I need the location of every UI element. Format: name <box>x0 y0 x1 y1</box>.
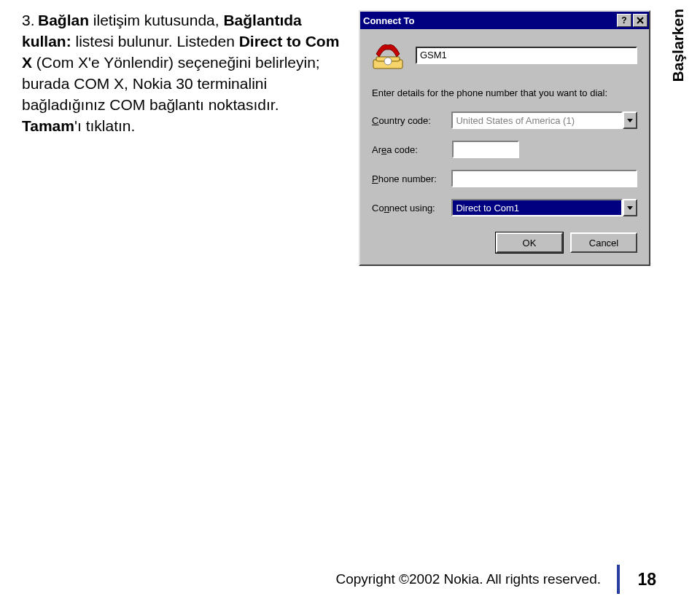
page-number: 18 <box>633 570 656 590</box>
step-3: 3.Bağlan iletişim kutusunda, Bağlantıda … <box>22 10 343 137</box>
connect-row: Connect using: Direct to Com1 <box>372 199 637 216</box>
text-frag: iletişim kutusunda, <box>89 12 223 28</box>
area-code-input[interactable] <box>452 141 519 158</box>
page-footer: Copyright ©2002 Nokia. All rights reserv… <box>0 565 700 594</box>
footer-divider <box>617 565 620 594</box>
dialog-instruction: Enter details for the phone number that … <box>372 87 637 98</box>
dialog-body: GSM1 Enter details for the phone number … <box>360 29 649 265</box>
copyright-text: Copyright ©2002 Nokia. All rights reserv… <box>335 571 601 587</box>
ok-button[interactable]: OK <box>496 232 563 253</box>
phone-label: Phone number: <box>372 173 451 184</box>
dialog-titlebar: Connect To ? <box>360 12 649 29</box>
text-frag: 'ı tıklatın. <box>74 117 135 134</box>
cancel-button[interactable]: Cancel <box>570 232 637 253</box>
close-icon <box>637 17 644 24</box>
area-label: Areea code:a code: <box>372 144 452 155</box>
content-columns: 3.Bağlan iletişim kutusunda, Bağlantıda … <box>22 10 656 266</box>
connect-label: Connect using: <box>372 203 451 214</box>
dialog-button-row: OK Cancel <box>372 232 637 253</box>
dialog-title: Connect To <box>363 15 615 26</box>
close-button[interactable] <box>633 14 648 27</box>
dropdown-button[interactable] <box>623 199 637 216</box>
phone-number-input[interactable] <box>451 170 637 187</box>
connect-using-dropdown[interactable]: Direct to Com1 <box>451 199 637 216</box>
help-button[interactable]: ? <box>617 14 631 27</box>
side-tab-label: Başlarken <box>669 9 687 82</box>
dropdown-button[interactable] <box>623 111 637 129</box>
country-label: Country code: <box>372 115 451 126</box>
text-frag: (Com X'e Yönlendir) seçeneğini belirleyi… <box>22 54 320 113</box>
page: 3.Bağlan iletişim kutusunda, Bağlantıda … <box>0 0 700 607</box>
text-frag: listesi bulunur. Listeden <box>71 33 239 50</box>
connect-using-value: Direct to Com1 <box>451 199 623 216</box>
country-dropdown[interactable]: United States of America (1) <box>451 111 637 129</box>
instruction-text: 3.Bağlan iletişim kutusunda, Bağlantıda … <box>22 10 343 266</box>
cancel-label: Cancel <box>589 238 618 248</box>
help-icon: ? <box>621 16 626 25</box>
step-number: 3. <box>22 10 38 31</box>
name-row: GSM1 <box>372 39 637 71</box>
svg-point-2 <box>384 58 392 65</box>
bold-baglan: Bağlan <box>38 12 89 28</box>
chevron-down-icon <box>627 119 633 122</box>
chevron-down-icon <box>627 206 633 210</box>
phone-icon <box>372 39 404 71</box>
connection-name-value: GSM1 <box>420 50 447 60</box>
phone-row: Phone number: <box>372 170 637 187</box>
area-row: Areea code:a code: <box>372 141 637 158</box>
connection-name-input[interactable]: GSM1 <box>416 47 637 64</box>
bold-tamam: Tamam <box>22 117 74 134</box>
country-value: United States of America (1) <box>451 111 623 129</box>
ok-label: OK <box>523 238 537 248</box>
country-row: Country code: United States of America (… <box>372 111 637 129</box>
connect-to-dialog: Connect To ? <box>359 10 650 266</box>
